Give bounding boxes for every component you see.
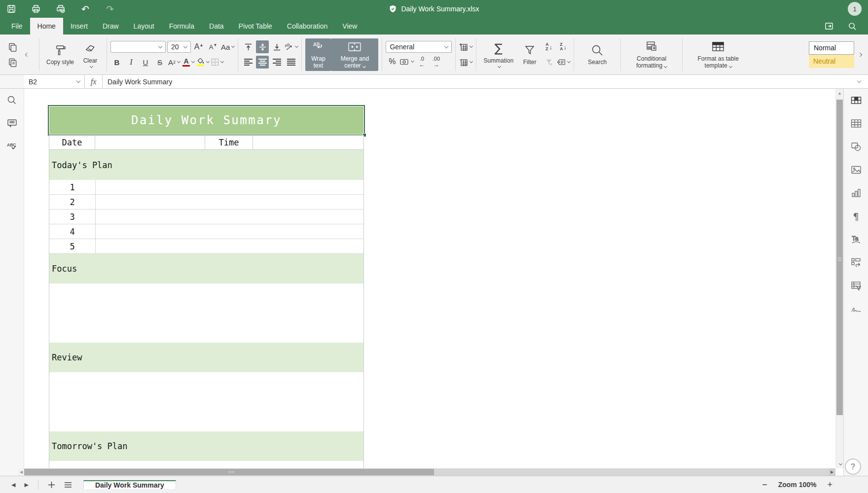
increase-font-button[interactable]: A▲ [192, 40, 205, 53]
comments-icon[interactable] [6, 118, 17, 129]
scroll-left-icon[interactable]: ◀ [18, 468, 24, 476]
borders-button[interactable] [211, 56, 223, 69]
orientation-button[interactable]: AB [285, 40, 298, 53]
tab-file[interactable]: File [4, 18, 30, 35]
section-todays-plan[interactable]: Today's Plan [49, 150, 364, 180]
zoom-out-button[interactable]: − [762, 480, 767, 489]
empty-cell[interactable] [95, 135, 205, 150]
tomorrow-content-area[interactable] [49, 461, 364, 468]
increase-decimal-button[interactable]: .00→ [430, 55, 442, 68]
number-format-select[interactable]: General [386, 41, 452, 53]
clear-button[interactable]: Clear [77, 40, 103, 69]
collapse-toolbar-button[interactable] [21, 48, 34, 61]
copy-button[interactable] [6, 56, 19, 69]
avatar[interactable]: 1 [848, 2, 862, 16]
summation-button[interactable]: ∑ Summation [480, 40, 517, 70]
style-neutral[interactable]: Neutral [809, 55, 854, 68]
prev-sheet-button[interactable]: ◀ [7, 482, 20, 488]
slicer-settings-icon[interactable] [850, 257, 862, 269]
currency-button[interactable] [400, 55, 414, 68]
cell-name-box[interactable]: B2 [24, 75, 85, 88]
align-middle-button[interactable] [256, 40, 269, 53]
time-header-cell[interactable]: Time [205, 135, 253, 150]
add-sheet-button[interactable] [43, 481, 60, 489]
plan-row[interactable]: 4 [49, 224, 364, 239]
section-review[interactable]: Review [49, 343, 364, 372]
cell-b2-title-banner[interactable]: Daily Work Summary [49, 106, 364, 135]
vertical-scrollbar[interactable]: ▲ [835, 89, 843, 468]
scroll-up-icon[interactable]: ▲ [836, 90, 843, 97]
empty-cell[interactable] [253, 135, 364, 150]
conditional-formatting-button[interactable]: Conditional formatting [624, 38, 679, 71]
filter-button[interactable]: Filter [517, 41, 542, 68]
clear-filter-button[interactable] [542, 56, 555, 69]
tab-layout[interactable]: Layout [126, 18, 162, 35]
percent-button[interactable]: % [386, 55, 398, 68]
chart-settings-icon[interactable] [850, 187, 862, 199]
tab-collaboration[interactable]: Collaboration [280, 18, 335, 35]
shape-settings-icon[interactable] [850, 141, 862, 153]
tab-formula[interactable]: Formula [162, 18, 202, 35]
fill-color-button[interactable] [196, 56, 209, 69]
font-color-button[interactable]: A [182, 56, 195, 69]
text-art-settings-icon[interactable]: Ta [850, 234, 862, 246]
align-left-button[interactable] [242, 56, 254, 69]
review-content-area[interactable] [49, 372, 364, 431]
cell-settings-icon[interactable] [850, 95, 862, 106]
change-case-button[interactable]: Aa [221, 40, 234, 53]
plan-row[interactable]: 3 [49, 210, 364, 224]
insert-cells-button[interactable] [459, 40, 472, 53]
plan-row[interactable]: 2 [49, 195, 364, 210]
horizontal-scroll-thumb[interactable] [24, 469, 434, 475]
tab-draw[interactable]: Draw [95, 18, 126, 35]
font-size-select[interactable]: 20 [167, 41, 191, 53]
chevron-down-icon[interactable] [76, 79, 80, 83]
help-button[interactable]: ? [845, 458, 861, 475]
search-button[interactable]: Search [584, 41, 610, 68]
subscript-button[interactable]: A2 [168, 56, 181, 69]
align-justify-button[interactable] [285, 56, 297, 69]
sort-desc-button[interactable]: ZA↓ [557, 40, 570, 53]
paste-button[interactable] [6, 40, 19, 53]
section-tomorrows-plan[interactable]: Tomorrow's Plan [49, 431, 364, 461]
table-settings-icon[interactable] [850, 118, 862, 130]
tab-view[interactable]: View [335, 18, 364, 35]
zoom-in-button[interactable]: + [827, 480, 832, 489]
focus-content-area[interactable] [49, 283, 364, 343]
bold-button[interactable]: B [110, 56, 123, 69]
delete-cells-button[interactable] [459, 56, 472, 69]
align-bottom-button[interactable] [270, 40, 283, 53]
section-focus[interactable]: Focus [49, 254, 364, 283]
merge-center-button[interactable]: Merge and center [331, 38, 378, 71]
next-sheet-button[interactable]: ▶ [20, 482, 33, 488]
styles-next-button[interactable] [854, 41, 866, 69]
align-right-button[interactable] [270, 56, 283, 69]
spellcheck-icon[interactable]: ABC [6, 141, 17, 152]
search-icon[interactable] [848, 22, 857, 31]
signature-settings-icon[interactable] [850, 303, 862, 315]
decrease-font-button[interactable]: A▼ [207, 40, 219, 53]
date-header-cell[interactable]: Date [49, 135, 95, 150]
italic-button[interactable]: I [125, 56, 138, 69]
image-settings-icon[interactable] [850, 164, 862, 176]
plan-row[interactable]: 5 [49, 239, 364, 254]
strikethrough-button[interactable]: S [153, 56, 166, 69]
font-name-select[interactable] [110, 41, 166, 53]
underline-button[interactable]: U [139, 56, 152, 69]
sidebar-search-icon[interactable] [6, 95, 17, 106]
decrease-decimal-button[interactable]: .0← [415, 55, 428, 68]
align-center-button[interactable] [256, 56, 269, 69]
formula-input[interactable]: Daily Work Summary [103, 78, 848, 86]
tab-home[interactable]: Home [30, 18, 63, 35]
scroll-down-icon[interactable] [836, 461, 843, 468]
sheet-tab-daily-work-summary[interactable]: Daily Work Summary [83, 480, 176, 489]
format-as-table-button[interactable]: Format as table template [686, 38, 750, 71]
plan-row[interactable]: 1 [49, 180, 364, 195]
sort-asc-button[interactable]: AZ↓ [542, 40, 555, 53]
pivot-settings-icon[interactable] [850, 280, 862, 292]
scroll-right-icon[interactable]: ▶ [829, 468, 835, 476]
sheet-list-button[interactable] [60, 482, 76, 488]
fx-icon[interactable]: fx [85, 75, 103, 88]
formula-bar-expand-button[interactable] [848, 81, 868, 82]
tab-data[interactable]: Data [202, 18, 231, 35]
